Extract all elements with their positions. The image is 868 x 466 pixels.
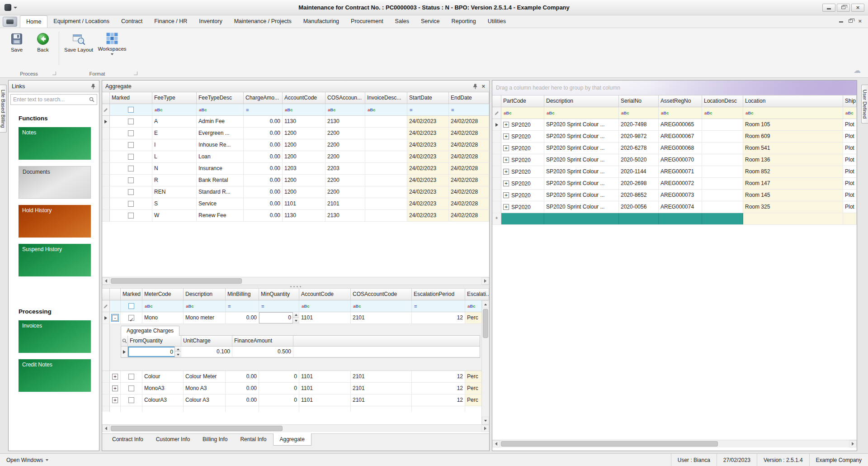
metercode-cell[interactable]: ColourA3 [142, 395, 184, 406]
col-location[interactable]: Location [743, 95, 843, 107]
startdate-cell[interactable]: 24/02/2023 [407, 210, 449, 221]
equipment-row[interactable]: +SP2020 SP2020 Sprint Colour ... 2020-00… [492, 201, 857, 213]
unitcharge-cell[interactable]: 0.100 [181, 347, 232, 357]
checkbox[interactable] [128, 177, 134, 183]
enddate-cell[interactable]: 24/02/2028 [449, 175, 489, 186]
minbilling-cell[interactable]: 0.00 [226, 395, 259, 406]
checkbox[interactable] [128, 119, 134, 124]
expand-row-button[interactable]: + [503, 122, 509, 128]
col-fromquantity[interactable]: FromQuantity [128, 336, 181, 346]
filter-invoicedesc[interactable]: aBc [365, 104, 407, 115]
col-escalationtype[interactable]: Escalati... [465, 289, 489, 300]
expand-row-button[interactable]: + [503, 157, 509, 163]
invoicedesc-cell[interactable] [365, 151, 407, 162]
locationdesc-cell[interactable] [702, 143, 743, 154]
scroll-thumb[interactable] [483, 309, 488, 338]
minbilling-cell[interactable]: 0.00 [226, 312, 259, 323]
escalationperiod-cell[interactable]: 12 [412, 383, 465, 394]
minquantity-cell[interactable]: 0 [259, 395, 299, 406]
spinner[interactable] [175, 347, 181, 357]
filter-escalationperiod[interactable]: = [412, 300, 465, 312]
startdate-cell[interactable]: 24/02/2023 [407, 175, 449, 186]
fee-row[interactable]: A Admin Fee 0.00 1130 2130 24/02/2023 24… [102, 116, 489, 128]
location-cell[interactable]: Room 325 [743, 201, 843, 213]
feetypedesc-cell[interactable]: Loan [197, 151, 244, 162]
startdate-cell[interactable]: 24/02/2023 [407, 128, 449, 139]
description-cell[interactable]: Mono meter [184, 312, 226, 323]
pin-icon[interactable] [91, 84, 96, 89]
assetregno-cell[interactable]: AREG000067 [659, 131, 702, 142]
chargeamount-cell[interactable]: 0.00 [244, 210, 283, 221]
expand-cell[interactable]: + [110, 371, 121, 382]
tab-aggregate[interactable]: Aggregate [273, 433, 311, 446]
enddate-cell[interactable]: 24/02/2028 [449, 198, 489, 209]
col-marked[interactable]: Marked [121, 289, 142, 300]
description-cell[interactable]: SP2020 Sprint Colour ... [544, 201, 619, 213]
filter-ship[interactable]: aBc [843, 107, 857, 119]
scroll-right-button[interactable] [481, 425, 489, 432]
description-cell[interactable]: SP2020 Sprint Colour ... [544, 190, 619, 201]
col-financeamount[interactable]: FinanceAmount [232, 336, 293, 346]
expand-row-button[interactable]: + [112, 385, 118, 391]
cosaccount-cell[interactable]: 2200 [326, 151, 365, 162]
feetypedesc-cell[interactable]: Renew Fee [197, 210, 244, 221]
open-windows-button[interactable]: Open Windows [0, 454, 55, 466]
col-unitcharge[interactable]: UnitCharge [181, 336, 232, 346]
accountcode-cell[interactable]: 1101 [299, 383, 351, 394]
accountcode-cell[interactable]: 1200 [283, 128, 326, 139]
col-partcode[interactable]: PartCode [501, 95, 544, 107]
chargeamount-cell[interactable]: 0.00 [244, 198, 283, 209]
scroll-thumb[interactable] [111, 426, 283, 431]
close-icon[interactable]: × [481, 83, 486, 90]
partcode-cell[interactable]: +SP2020 [501, 166, 544, 177]
enddate-cell[interactable]: 24/02/2028 [449, 139, 489, 151]
chargeamount-cell[interactable]: 0.00 [244, 163, 283, 174]
marked-cell[interactable] [121, 395, 142, 406]
marked-cell[interactable] [110, 128, 152, 139]
expand-row-button[interactable]: + [503, 204, 509, 210]
col-chargeamount[interactable]: ChargeAmo... [244, 92, 283, 104]
filter-metercode[interactable]: aBc [142, 300, 184, 312]
collapse-row-button[interactable]: - [112, 315, 118, 321]
enddate-cell[interactable]: 24/02/2028 [449, 151, 489, 162]
tab-contract-info[interactable]: Contract Info [106, 434, 150, 445]
feetypedesc-cell[interactable]: Admin Fee [197, 116, 244, 127]
accountcode-cell[interactable]: 1203 [283, 163, 326, 174]
partcode-cell-new[interactable] [501, 213, 544, 224]
feetype-cell[interactable]: L [152, 151, 197, 162]
serialno-cell[interactable]: 2020-9872 [619, 131, 659, 142]
chargeamount-cell[interactable]: 0.00 [244, 116, 283, 127]
tab-aggregate-charges[interactable]: Aggregate Charges [121, 326, 179, 336]
assetregno-cell[interactable]: AREG000070 [659, 154, 702, 166]
invoicedesc-cell[interactable] [365, 139, 407, 151]
minbilling-cell[interactable]: 0.00 [226, 383, 259, 394]
partcode-cell[interactable]: +SP2020 [501, 154, 544, 166]
equipment-row[interactable]: +SP2020 SP2020 Sprint Colour ... 2020-98… [492, 131, 857, 143]
location-cell[interactable]: Room 147 [743, 178, 843, 189]
save-button[interactable]: Save [4, 31, 30, 53]
meter-row-partial[interactable] [102, 406, 489, 412]
expand-row-button[interactable]: + [503, 145, 509, 151]
accountcode-cell[interactable]: 1200 [283, 186, 326, 198]
tab-manufacturing[interactable]: Manufacturing [297, 15, 345, 28]
fee-row[interactable]: S Service 0.00 1101 2101 24/02/2023 24/0… [102, 198, 489, 210]
assetregno-cell[interactable]: AREG000072 [659, 178, 702, 189]
description-cell[interactable]: SP2020 Sprint Colour ... [544, 143, 619, 154]
cosaccount-cell[interactable]: 2130 [326, 210, 365, 221]
fee-row[interactable]: I Inhouse Re... 0.00 1200 2200 24/02/202… [102, 139, 489, 151]
filter-minbilling[interactable]: = [226, 300, 259, 312]
description-cell[interactable]: SP2020 Sprint Colour ... [544, 119, 619, 130]
expand-row-button[interactable]: + [112, 397, 118, 403]
col-feetype[interactable]: FeeType [152, 92, 197, 104]
startdate-cell[interactable]: 24/02/2023 [407, 116, 449, 127]
fee-row[interactable]: W Renew Fee 0.00 1130 2130 24/02/2023 24… [102, 210, 489, 222]
feetype-cell[interactable]: I [152, 139, 197, 151]
filter-feetypedesc[interactable]: aBc [197, 104, 244, 115]
suspend-history-button[interactable]: Suspend History [19, 244, 91, 276]
marked-cell[interactable] [110, 175, 152, 186]
col-escalationperiod[interactable]: EscalationPeriod [412, 289, 465, 300]
feetype-cell[interactable]: REN [152, 186, 197, 198]
search-input[interactable] [13, 96, 87, 103]
description-cell[interactable]: Colour Meter [184, 371, 226, 382]
filter-startdate[interactable]: = [407, 104, 449, 115]
